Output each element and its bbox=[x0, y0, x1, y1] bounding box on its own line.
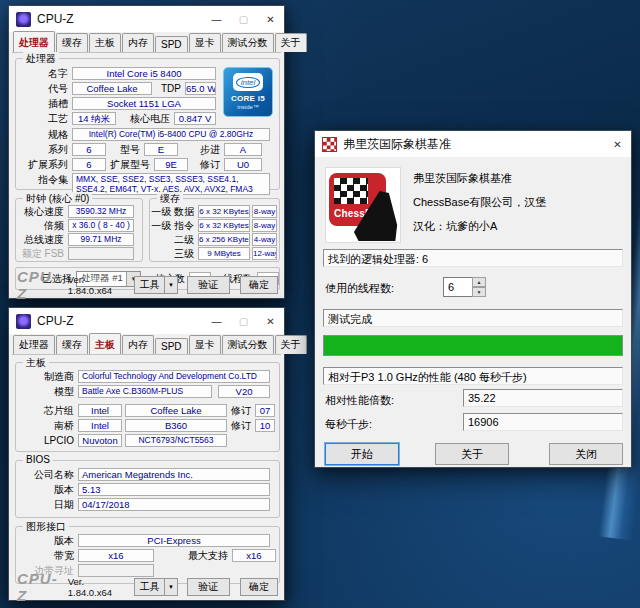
close-button[interactable]: ✕ bbox=[257, 308, 284, 334]
tab-memory[interactable]: 内存 bbox=[122, 335, 154, 354]
about-button[interactable]: 关于 bbox=[435, 443, 509, 465]
tab-bar: 处理器 缓存 主板 内存 SPD 显卡 测试分数 关于 bbox=[13, 335, 280, 354]
cpuz-app-icon bbox=[16, 314, 31, 329]
ok-button[interactable]: 确定 bbox=[240, 578, 278, 596]
validate-button[interactable]: 验证 bbox=[187, 578, 230, 596]
clocks-group: 时钟 (核心 #0) 核心速度 3590.32 MHz 倍频 x 36.0 ( … bbox=[15, 198, 143, 262]
tab-bar: 处理器 缓存 主板 内存 SPD 显卡 测试分数 关于 bbox=[13, 33, 280, 52]
window-title: 弗里茨国际象棋基准 bbox=[343, 136, 451, 153]
cpu-name-field: Intel Core i5 8400 bbox=[72, 67, 216, 80]
checkerboard-pattern bbox=[334, 178, 368, 204]
tab-about[interactable]: 关于 bbox=[275, 335, 307, 354]
manufacturer-label: 制造商 bbox=[16, 370, 78, 384]
package-field: Socket 1151 LGA bbox=[72, 97, 216, 110]
tab-graphics[interactable]: 显卡 bbox=[189, 33, 221, 52]
tab-graphics[interactable]: 显卡 bbox=[189, 335, 221, 354]
tab-bench[interactable]: 测试分数 bbox=[222, 33, 274, 52]
badge-inside-text: inside™ bbox=[237, 104, 259, 110]
chipset-rev-field: 07 bbox=[255, 404, 275, 417]
processor-group: 处理器 名字 Intel Core i5 8400 代号 Coffee Lake… bbox=[15, 58, 280, 190]
tab-bench[interactable]: 测试分数 bbox=[222, 335, 274, 354]
titlebar[interactable]: CPU-Z — ▢ ✕ bbox=[9, 6, 284, 32]
intel-logo: intel bbox=[236, 77, 261, 88]
bus-speed-label: 总线速度 bbox=[16, 233, 68, 247]
threads-spinner[interactable]: ▲ ▼ bbox=[443, 277, 486, 297]
cache-group: 缓存 一级 数据 6 x 32 KBytes 8-way 一级 指令 6 x 3… bbox=[149, 198, 280, 262]
tools-dropdown-icon[interactable]: ▼ bbox=[165, 276, 177, 294]
model-label: 模型 bbox=[16, 385, 78, 399]
maximize-button[interactable]: ▢ bbox=[230, 308, 257, 334]
gfx-max-label: 最大支持 bbox=[168, 549, 232, 563]
l3-label: 三级 bbox=[150, 247, 198, 261]
cpuz-app-icon bbox=[16, 12, 31, 27]
chipset-rev-label: 修订 bbox=[227, 404, 255, 418]
multiplier-label: 倍频 bbox=[16, 219, 68, 233]
codename-field: Coffee Lake bbox=[72, 82, 152, 95]
relative-perf-label: 相对性能倍数: bbox=[325, 393, 394, 408]
tab-about[interactable]: 关于 bbox=[275, 33, 307, 52]
bios-version-field: 5.13 bbox=[78, 483, 270, 496]
minimize-button[interactable]: — bbox=[203, 6, 230, 32]
model-label: 型号 bbox=[106, 143, 144, 157]
kilonodes-label: 每秒千步: bbox=[325, 417, 372, 432]
tab-cpu[interactable]: 处理器 bbox=[13, 335, 55, 354]
rated-fsb-field bbox=[68, 247, 134, 260]
gfx-width-label: 带宽 bbox=[16, 549, 78, 563]
model-field: Battle Axe C.B360M-PLUS bbox=[78, 385, 212, 398]
tools-button[interactable]: 工具 bbox=[134, 276, 165, 294]
spin-up-button[interactable]: ▲ bbox=[472, 277, 486, 287]
core-speed-field: 3590.32 MHz bbox=[68, 205, 134, 218]
manufacturer-field: Colorful Technology And Development Co.L… bbox=[78, 370, 270, 383]
tab-memory[interactable]: 内存 bbox=[122, 33, 154, 52]
titlebar[interactable]: CPU-Z — ▢ ✕ bbox=[9, 308, 284, 334]
about-line-2: ChessBase有限公司，汉堡 bbox=[413, 195, 546, 210]
l2-label: 二级 bbox=[150, 233, 198, 247]
close-button[interactable]: ✕ bbox=[604, 131, 631, 157]
tab-mainboard[interactable]: 主板 bbox=[89, 33, 121, 52]
tools-button[interactable]: 工具 bbox=[134, 578, 165, 596]
close-button[interactable]: ✕ bbox=[257, 6, 284, 32]
southbridge-label: 南桥 bbox=[16, 419, 78, 433]
l3-way-field: 12-way bbox=[252, 247, 277, 260]
found-processors-field: 找到的逻辑处理器: 6 bbox=[323, 249, 623, 267]
group-legend: BIOS bbox=[23, 454, 53, 465]
tab-spd[interactable]: SPD bbox=[155, 36, 188, 52]
tab-caches[interactable]: 缓存 bbox=[56, 33, 88, 52]
ok-button[interactable]: 确定 bbox=[240, 276, 278, 294]
minimize-button[interactable]: — bbox=[203, 308, 230, 334]
southbridge-field: B360 bbox=[125, 419, 227, 432]
close-action-button[interactable]: 关闭 bbox=[549, 443, 623, 465]
titlebar[interactable]: 弗里茨国际象棋基准 ✕ bbox=[315, 131, 631, 157]
tab-mainboard[interactable]: 主板 bbox=[89, 333, 121, 354]
stepping-field: A bbox=[224, 143, 262, 156]
lpcio-vendor-field: Nuvoton bbox=[78, 434, 122, 447]
bios-date-label: 日期 bbox=[16, 498, 78, 512]
l3-size-field: 9 MBytes bbox=[198, 247, 250, 260]
mainboard-group: 主板 制造商 Colorful Technology And Developme… bbox=[15, 362, 280, 452]
tools-dropdown-icon[interactable]: ▼ bbox=[165, 578, 177, 596]
threads-used-label: 使用的线程数: bbox=[325, 281, 394, 296]
model-field: E bbox=[144, 143, 178, 156]
status-field: 测试完成 bbox=[323, 309, 623, 327]
cpuz-brand: CPU-Z bbox=[17, 268, 61, 302]
relative-perf-field: 35.22 bbox=[463, 389, 623, 407]
tab-spd[interactable]: SPD bbox=[155, 338, 188, 354]
spin-down-button[interactable]: ▼ bbox=[472, 287, 486, 297]
start-button[interactable]: 开始 bbox=[325, 443, 399, 465]
fritz-app-icon bbox=[322, 137, 337, 152]
specification-label: 规格 bbox=[16, 128, 72, 142]
footer-bar: CPU-Z Ver. 1.84.0.x64 工具 ▼ 验证 确定 bbox=[17, 577, 278, 596]
tab-cpu[interactable]: 处理器 bbox=[13, 31, 55, 52]
tdp-label: TDP bbox=[152, 83, 185, 94]
maximize-button[interactable]: ▢ bbox=[230, 6, 257, 32]
bios-version-label: 版本 bbox=[16, 483, 78, 497]
validate-button[interactable]: 验证 bbox=[187, 276, 230, 294]
benchmark-caption-field: 相对于P3 1.0 GHz的性能 (480 每秒千步) bbox=[323, 367, 623, 385]
gfx-version-label: 版本 bbox=[16, 534, 78, 548]
desktop: CPU-Z — ▢ ✕ 处理器 缓存 主板 内存 SPD 显卡 测试分数 关于 … bbox=[0, 0, 640, 608]
l1d-size-field: 6 x 32 KBytes bbox=[198, 205, 250, 218]
about-line-1: 弗里茨国际象棋基准 bbox=[413, 171, 512, 186]
tab-caches[interactable]: 缓存 bbox=[56, 335, 88, 354]
fritz-benchmark-window: 弗里茨国际象棋基准 ✕ ChessBase 弗里茨国际象棋基准 ChessBas… bbox=[314, 130, 632, 468]
threads-input[interactable] bbox=[443, 277, 472, 297]
